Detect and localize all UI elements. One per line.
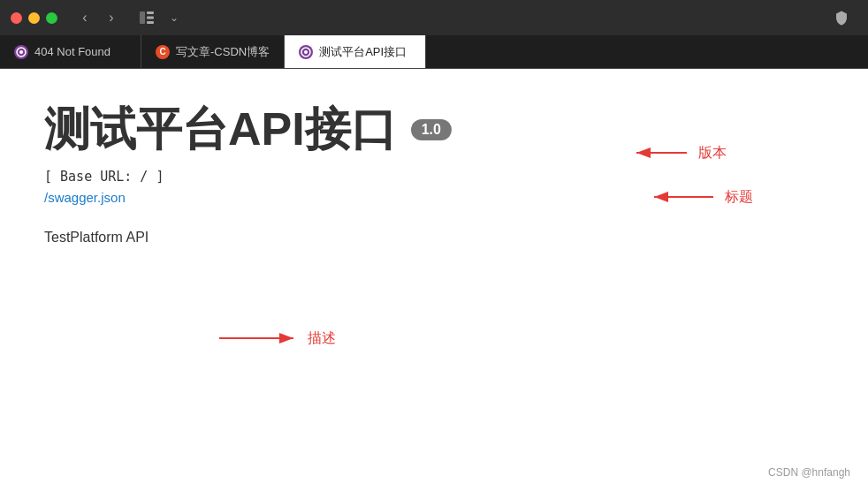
- tab-icon-c-letter: C: [159, 47, 165, 57]
- tab-bar: 404 Not Found C 写文章-CSDN博客 测试平台API接口: [0, 35, 868, 69]
- back-button[interactable]: ‹: [73, 6, 96, 29]
- version-annotation-text: 版本: [698, 144, 727, 162]
- desc-arrow-icon: [212, 325, 301, 351]
- api-description: TestPlatform API: [44, 230, 824, 246]
- tab-icon-c: C: [156, 45, 170, 59]
- tab-api-label: 测试平台API接口: [319, 44, 411, 60]
- tab-api[interactable]: 测试平台API接口: [285, 35, 426, 68]
- title-annotation-text: 标题: [725, 188, 753, 207]
- tab-icon-insomnia-2: [299, 45, 313, 59]
- tab-icon-insomnia-1: [14, 45, 28, 59]
- tab-404[interactable]: 404 Not Found: [0, 35, 141, 68]
- sidebar-icon: [140, 11, 154, 24]
- svg-rect-2: [147, 17, 154, 19]
- forward-button[interactable]: ›: [100, 6, 123, 29]
- svg-rect-0: [140, 11, 145, 24]
- svg-point-7: [304, 50, 308, 54]
- nav-buttons: ‹ ›: [73, 6, 123, 29]
- version-badge: 1.0: [411, 119, 452, 140]
- svg-rect-1: [147, 11, 154, 14]
- version-arrow-icon: [629, 140, 691, 166]
- desc-annotation-text: 描述: [308, 329, 336, 348]
- sidebar-toggle-button[interactable]: [135, 6, 158, 29]
- tab-csdn-label: 写文章-CSDN博客: [176, 44, 270, 60]
- tab-404-label: 404 Not Found: [34, 45, 126, 58]
- shield-area: [826, 6, 857, 29]
- footer: CSDN @hnfangh: [768, 466, 850, 479]
- svg-point-5: [19, 50, 23, 54]
- annotation-description: 描述: [212, 325, 336, 351]
- api-title: 测试平台API接口: [44, 104, 397, 155]
- shield-icon: [834, 10, 849, 26]
- main-content: 测试平台API接口 1.0 [ Base URL: / ] /swagger.j…: [0, 69, 868, 491]
- svg-rect-3: [147, 21, 154, 24]
- title-bar: ‹ › ⌄: [0, 0, 868, 35]
- traffic-lights: [11, 12, 57, 24]
- insomnia-logo-icon-2: [301, 47, 311, 57]
- minimize-button[interactable]: [28, 12, 40, 24]
- maximize-button[interactable]: [46, 12, 57, 24]
- close-button[interactable]: [11, 12, 22, 24]
- tab-csdn[interactable]: C 写文章-CSDN博客: [141, 35, 285, 68]
- insomnia-logo-icon: [16, 47, 27, 57]
- swagger-link[interactable]: /swagger.json: [44, 190, 126, 205]
- dropdown-button[interactable]: ⌄: [165, 6, 183, 29]
- annotation-title: 标题: [647, 184, 753, 210]
- base-url: [ Base URL: / ]: [44, 169, 824, 185]
- footer-text: CSDN @hnfangh: [768, 466, 850, 479]
- annotation-version: 版本: [629, 140, 727, 166]
- title-arrow-icon: [647, 184, 718, 210]
